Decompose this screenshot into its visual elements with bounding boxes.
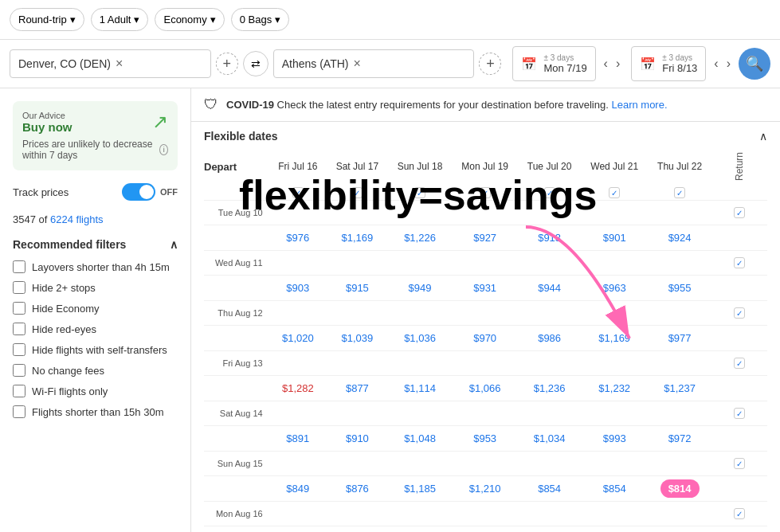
price-cell-r4-c3[interactable]: $953 xyxy=(452,426,518,452)
return-prev-button[interactable]: ‹ xyxy=(711,55,721,72)
price-cell-r6-c6[interactable]: $817 xyxy=(648,526,711,532)
price-cell-r3-c1[interactable]: $877 xyxy=(327,376,388,401)
price-cell-r0-c4[interactable]: $913 xyxy=(518,225,581,251)
row-checkbox-2[interactable]: ✓ xyxy=(734,307,745,319)
depart-next-button[interactable]: › xyxy=(613,55,623,72)
add-origin-button[interactable]: + xyxy=(216,53,238,75)
filter-label-4[interactable]: Hide red-eyes xyxy=(32,323,96,335)
clear-destination-button[interactable]: × xyxy=(353,57,360,71)
price-cell-r1-c6[interactable]: $955 xyxy=(648,276,711,301)
cabin-button[interactable]: Economy ▾ xyxy=(155,8,224,31)
price-cell-r2-c6[interactable]: $977 xyxy=(648,326,711,351)
col-checkbox-3[interactable]: ✓ xyxy=(480,187,491,198)
filter-checkbox-2[interactable] xyxy=(13,281,25,294)
price-cell-r5-c1[interactable]: $876 xyxy=(327,476,388,502)
price-cell-r2-c3[interactable]: $970 xyxy=(452,326,518,351)
filter-checkbox-4[interactable] xyxy=(13,323,25,335)
price-cell-r2-c4[interactable]: $986 xyxy=(518,326,581,351)
clear-origin-button[interactable]: × xyxy=(116,57,123,71)
origin-field[interactable]: Denver, CO (DEN) × xyxy=(10,49,211,78)
swap-button[interactable]: ⇄ xyxy=(243,51,268,76)
price-cell-r1-c0[interactable]: $903 xyxy=(269,276,327,301)
filter-label-3[interactable]: Hide Economy xyxy=(32,303,100,315)
price-cell-r5-c6[interactable]: $814 xyxy=(648,476,711,502)
col-checkbox-0[interactable]: ✓ xyxy=(292,187,304,198)
collapse-icon[interactable]: ∧ xyxy=(170,238,178,251)
price-cell-r1-c4[interactable]: $944 xyxy=(518,276,581,301)
price-cell-r6-c3[interactable]: $837 xyxy=(452,526,518,532)
price-cell-r6-c5[interactable]: $825 xyxy=(581,526,648,532)
filter-label-1[interactable]: Layovers shorter than 4h 15m xyxy=(32,261,170,273)
price-cell-r2-c2[interactable]: $1,036 xyxy=(388,326,453,351)
row-checkbox-3[interactable]: ✓ xyxy=(734,358,745,369)
collapse-grid-icon[interactable]: ∧ xyxy=(759,130,767,143)
filter-checkbox-8[interactable] xyxy=(13,405,25,418)
row-checkbox-0[interactable]: ✓ xyxy=(734,207,745,218)
price-cell-r1-c1[interactable]: $915 xyxy=(327,276,388,301)
track-prices-toggle[interactable] xyxy=(122,183,155,201)
price-cell-r4-c1[interactable]: $910 xyxy=(327,426,388,452)
price-cell-r6-c2[interactable]: $1,177 xyxy=(388,526,453,532)
filter-checkbox-6[interactable] xyxy=(13,364,25,377)
return-next-button[interactable]: › xyxy=(723,55,734,72)
add-destination-button[interactable]: + xyxy=(479,53,501,75)
row-checkbox-6[interactable]: ✓ xyxy=(734,508,745,519)
row-checkbox-1[interactable]: ✓ xyxy=(734,257,745,268)
total-flights-link[interactable]: 6224 flights xyxy=(50,213,104,225)
filter-checkbox-1[interactable] xyxy=(13,260,25,273)
price-cell-r3-c3[interactable]: $1,066 xyxy=(452,376,518,401)
filter-label-6[interactable]: No change fees xyxy=(32,365,104,377)
depart-prev-button[interactable]: ‹ xyxy=(601,55,611,72)
price-cell-r6-c0[interactable]: $852 xyxy=(269,526,327,532)
filter-label-2[interactable]: Hide 2+ stops xyxy=(32,282,96,294)
price-cell-r1-c3[interactable]: $931 xyxy=(452,276,518,301)
price-cell-r5-c4[interactable]: $854 xyxy=(518,476,581,502)
row-checkbox-4[interactable]: ✓ xyxy=(734,408,745,419)
col-checkbox-6[interactable]: ✓ xyxy=(674,187,685,198)
filter-checkbox-5[interactable] xyxy=(13,343,25,356)
col-checkbox-4[interactable]: ✓ xyxy=(544,187,555,198)
price-cell-r0-c3[interactable]: $927 xyxy=(452,225,518,251)
col-checkbox-2[interactable]: ✓ xyxy=(414,187,425,198)
price-cell-r1-c5[interactable]: $963 xyxy=(581,276,648,301)
bags-button[interactable]: 0 Bags ▾ xyxy=(231,8,289,31)
price-cell-r0-c6[interactable]: $924 xyxy=(648,225,711,251)
covid-learn-more-link[interactable]: Learn more. xyxy=(611,99,667,111)
price-cell-r4-c0[interactable]: $891 xyxy=(269,426,327,452)
filter-label-8[interactable]: Flights shorter than 15h 30m xyxy=(32,406,163,418)
price-cell-r4-c4[interactable]: $1,034 xyxy=(518,426,581,452)
price-cell-r4-c5[interactable]: $993 xyxy=(581,426,648,452)
price-cell-r5-c3[interactable]: $1,210 xyxy=(452,476,518,502)
col-checkbox-1[interactable]: ✓ xyxy=(351,187,363,198)
price-cell-r5-c0[interactable]: $849 xyxy=(269,476,327,502)
info-icon[interactable]: i xyxy=(159,144,168,155)
price-cell-r1-c2[interactable]: $949 xyxy=(388,276,453,301)
price-cell-r4-c2[interactable]: $1,048 xyxy=(388,426,453,452)
price-cell-r0-c5[interactable]: $901 xyxy=(581,225,648,251)
price-cell-r3-c0[interactable]: $1,282 xyxy=(269,376,327,401)
price-cell-r5-c2[interactable]: $1,185 xyxy=(388,476,453,502)
price-cell-r0-c1[interactable]: $1,169 xyxy=(327,225,388,251)
filter-label-7[interactable]: Wi-Fi flights only xyxy=(32,385,108,397)
price-cell-r6-c4[interactable]: $825 xyxy=(518,526,581,532)
price-cell-r3-c2[interactable]: $1,114 xyxy=(388,376,453,401)
passengers-button[interactable]: 1 Adult ▾ xyxy=(91,8,149,31)
price-cell-r3-c5[interactable]: $1,232 xyxy=(581,376,648,401)
price-cell-r2-c0[interactable]: $1,020 xyxy=(269,326,327,351)
price-cell-r5-c5[interactable]: $854 xyxy=(581,476,648,502)
price-cell-r2-c1[interactable]: $1,039 xyxy=(327,326,388,351)
filter-checkbox-7[interactable] xyxy=(13,385,25,397)
filter-label-5[interactable]: Hide flights with self-transfers xyxy=(32,344,167,356)
destination-field[interactable]: Athens (ATH) × xyxy=(273,49,475,78)
depart-date-field[interactable]: 📅 ± 3 days Mon 7/19 xyxy=(512,46,595,81)
price-cell-r6-c1[interactable]: $892 xyxy=(327,526,388,532)
price-cell-r0-c2[interactable]: $1,226 xyxy=(388,225,453,251)
price-cell-r2-c5[interactable]: $1,169 xyxy=(581,326,648,351)
search-button[interactable]: 🔍 xyxy=(739,48,770,80)
price-cell-r0-c0[interactable]: $976 xyxy=(269,225,327,251)
row-checkbox-5[interactable]: ✓ xyxy=(734,458,745,469)
filter-checkbox-3[interactable] xyxy=(13,302,25,315)
col-checkbox-5[interactable]: ✓ xyxy=(609,187,620,198)
price-cell-r3-c4[interactable]: $1,236 xyxy=(518,376,581,401)
trip-type-button[interactable]: Round-trip ▾ xyxy=(10,8,84,31)
